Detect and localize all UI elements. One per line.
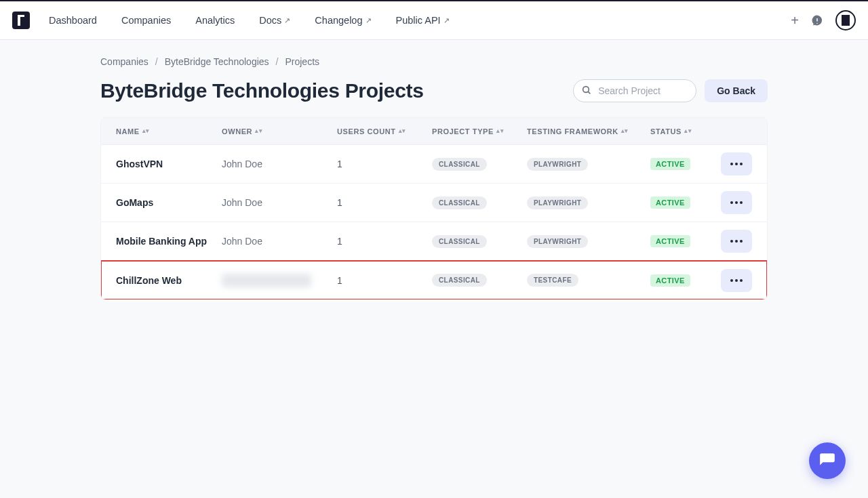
sort-icon: ▴▾: [496, 129, 504, 133]
breadcrumb-companies[interactable]: Companies: [100, 56, 149, 67]
chat-icon: [818, 452, 836, 470]
external-link-icon: ↗: [366, 16, 372, 25]
breadcrumb-separator: /: [155, 56, 158, 67]
user-avatar[interactable]: [835, 10, 856, 30]
table-row[interactable]: Mobile Banking AppJohn Doe1CLASSICALPLAY…: [101, 222, 767, 261]
project-type-badge: CLASSICAL: [432, 274, 487, 287]
sort-icon: ▴▾: [684, 129, 692, 133]
row-actions-button[interactable]: [721, 152, 752, 175]
framework-badge: TESTCAFE: [527, 274, 578, 287]
project-name: GoMaps: [116, 197, 222, 208]
go-back-button[interactable]: Go Back: [705, 79, 768, 102]
page-title: ByteBridge Technologies Projects: [100, 79, 424, 102]
sort-icon: ▴▾: [621, 129, 629, 133]
project-type-badge: CLASSICAL: [432, 235, 487, 248]
owner-value: John Doe: [222, 197, 262, 208]
table-row[interactable]: ChillZone Webhidden owner1CLASSICALTESTC…: [101, 261, 767, 299]
help-icon[interactable]: [811, 14, 823, 26]
top-navigation: Dashboard Companies Analytics Docs↗ Chan…: [0, 0, 868, 40]
breadcrumb-separator: /: [276, 56, 279, 67]
row-actions-button[interactable]: [721, 230, 752, 253]
breadcrumb-company[interactable]: ByteBridge Technologies: [165, 56, 269, 67]
external-link-icon: ↗: [284, 16, 290, 25]
project-name: ChillZone Web: [116, 275, 222, 286]
column-testing-framework[interactable]: TESTING FRAMEWORK▴▾: [527, 127, 650, 136]
nav-changelog[interactable]: Changelog↗: [315, 15, 371, 26]
nav-docs[interactable]: Docs↗: [259, 15, 290, 26]
framework-badge: PLAYWRIGHT: [527, 196, 588, 209]
sort-icon: ▴▾: [399, 129, 406, 133]
owner-value: John Doe: [222, 236, 262, 247]
framework-badge: PLAYWRIGHT: [527, 158, 588, 171]
nav-dashboard[interactable]: Dashboard: [49, 15, 97, 26]
column-status[interactable]: STATUS▴▾: [650, 127, 718, 136]
row-actions-button[interactable]: [721, 269, 752, 292]
project-name: Mobile Banking App: [116, 236, 222, 247]
owner-value: John Doe: [222, 159, 262, 169]
status-badge: ACTIVE: [650, 235, 690, 247]
table-row[interactable]: GhostVPNJohn Doe1CLASSICALPLAYWRIGHTACTI…: [101, 145, 767, 184]
framework-badge: PLAYWRIGHT: [527, 235, 588, 248]
owner-redacted: hidden owner: [222, 274, 311, 287]
projects-table: NAME▴▾ OWNER▴▾ USERS COUNT▴▾ PROJECT TYP…: [100, 117, 768, 300]
nav-analytics[interactable]: Analytics: [195, 15, 235, 26]
search-icon: [581, 85, 592, 96]
status-badge: ACTIVE: [650, 196, 690, 209]
breadcrumb-current: Projects: [285, 56, 319, 67]
project-name: GhostVPN: [116, 159, 222, 169]
breadcrumb: Companies / ByteBridge Technologies / Pr…: [100, 56, 768, 67]
svg-point-0: [583, 87, 589, 93]
column-project-type[interactable]: PROJECT TYPE▴▾: [432, 127, 527, 136]
users-count: 1: [337, 236, 432, 247]
column-name[interactable]: NAME▴▾: [116, 127, 222, 136]
chat-button[interactable]: [809, 442, 846, 479]
project-type-badge: CLASSICAL: [432, 196, 487, 209]
nav-companies[interactable]: Companies: [121, 15, 171, 26]
table-header: NAME▴▾ OWNER▴▾ USERS COUNT▴▾ PROJECT TYP…: [101, 118, 767, 145]
sort-icon: ▴▾: [255, 129, 262, 133]
column-owner[interactable]: OWNER▴▾: [222, 127, 337, 136]
users-count: 1: [337, 197, 432, 208]
svg-line-1: [589, 91, 591, 94]
app-logo[interactable]: [12, 12, 30, 29]
users-count: 1: [337, 159, 432, 169]
add-icon[interactable]: +: [791, 14, 799, 27]
row-actions-button[interactable]: [721, 191, 752, 214]
main-nav: Dashboard Companies Analytics Docs↗ Chan…: [49, 15, 450, 26]
external-link-icon: ↗: [443, 16, 450, 25]
column-users-count[interactable]: USERS COUNT▴▾: [337, 127, 432, 136]
users-count: 1: [337, 275, 432, 286]
project-type-badge: CLASSICAL: [432, 158, 487, 171]
sort-icon: ▴▾: [142, 129, 150, 133]
status-badge: ACTIVE: [650, 158, 690, 170]
search-wrapper: [573, 79, 696, 102]
nav-public-api[interactable]: Public API↗: [396, 15, 450, 26]
status-badge: ACTIVE: [650, 274, 690, 287]
table-row[interactable]: GoMapsJohn Doe1CLASSICALPLAYWRIGHTACTIVE: [101, 184, 767, 222]
